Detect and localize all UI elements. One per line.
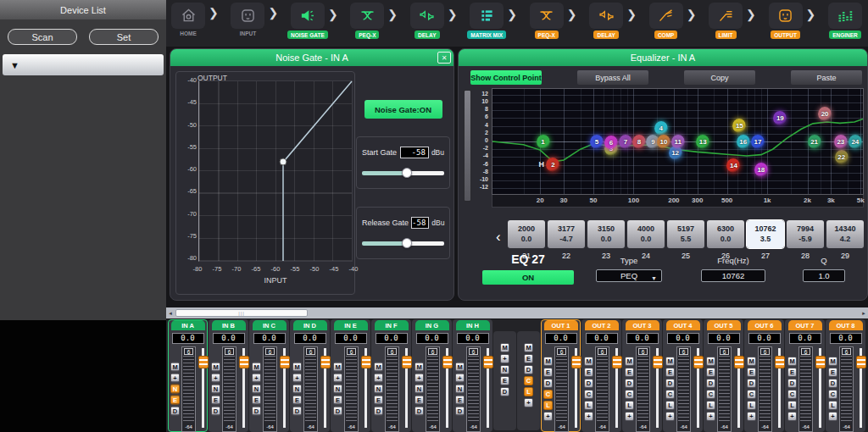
channel-button[interactable]: + (500, 354, 509, 363)
channel-strip[interactable]: OUT 6 0.0 MEDCL+ 6 -64 (744, 319, 784, 432)
type-select[interactable]: PEQ ▼ (596, 269, 662, 282)
channel-strip[interactable]: IN H 0.0 M+NED 6 -64 (453, 319, 492, 432)
paste-button[interactable]: Paste (791, 70, 862, 85)
channel-button[interactable]: + (211, 374, 220, 383)
channel-strip[interactable]: IN G 0.0 M+NED 6 -64 (412, 319, 452, 432)
channel-button[interactable]: D (333, 407, 342, 416)
channel-button[interactable]: D (211, 407, 220, 416)
fader[interactable] (483, 348, 493, 431)
channel-gain-value[interactable]: 0.0 (830, 333, 862, 344)
fader[interactable] (653, 348, 663, 431)
channel-button[interactable]: E (374, 396, 383, 405)
close-icon[interactable]: ✕ (437, 52, 451, 64)
channel-button[interactable]: D (747, 379, 756, 388)
channel-button[interactable]: E (665, 368, 675, 377)
channel-button[interactable]: M (374, 363, 383, 372)
horizontal-scrollbar[interactable]: ◂ ||| ▸ (166, 307, 868, 318)
fader-handle[interactable] (653, 356, 663, 368)
start-gate-slider[interactable] (362, 171, 444, 175)
fader[interactable] (734, 348, 744, 431)
channel-button[interactable]: E (787, 368, 797, 377)
channel-button[interactable]: + (625, 412, 634, 421)
channel-button[interactable]: C (625, 390, 634, 399)
channel-button[interactable]: M (292, 363, 302, 372)
channel-strip[interactable]: M+NED 6 -64 (493, 331, 516, 430)
eq-graph-left-rail[interactable] (464, 90, 471, 202)
channel-button[interactable]: E (828, 368, 837, 377)
channel-strip[interactable]: OUT 7 0.0 MEDCL+ 6 -64 (785, 319, 825, 432)
channel-strip[interactable]: OUT 8 0.0 MEDCL+ 6 -64 (826, 319, 865, 432)
fader-handle[interactable] (734, 356, 744, 368)
fader-handle[interactable] (198, 356, 209, 368)
channel-button[interactable]: E (170, 396, 180, 405)
channel-button[interactable]: N (292, 385, 302, 394)
channel-button[interactable]: E (333, 396, 342, 405)
fader[interactable] (693, 348, 704, 431)
eq-control-point[interactable]: 21 (808, 135, 821, 149)
channel-button[interactable]: C (584, 390, 593, 399)
channel-button[interactable]: L (665, 401, 675, 410)
channel-gain-value[interactable]: 0.0 (748, 333, 781, 344)
channel-button[interactable]: C (747, 390, 756, 399)
channel-button[interactable]: C (706, 390, 715, 399)
fader-handle[interactable] (483, 356, 493, 368)
release-gate-slider-thumb[interactable] (402, 238, 412, 248)
threshold-handle[interactable] (280, 158, 287, 166)
eq-control-point[interactable]: 7 (619, 135, 632, 149)
channel-gain-value[interactable]: 0.0 (376, 333, 408, 344)
set-button[interactable]: Set (89, 29, 159, 45)
channel-button[interactable]: C (665, 390, 675, 399)
channel-button[interactable]: D (543, 379, 553, 388)
toolbar-item[interactable]: LIMIT (706, 3, 745, 39)
channel-button[interactable]: N (415, 385, 424, 394)
fader[interactable] (320, 348, 331, 431)
toolbar-item[interactable]: MATRIX MIX (467, 3, 506, 39)
eq-on-button[interactable]: ON (482, 270, 574, 285)
fader[interactable] (402, 348, 412, 431)
channel-button[interactable]: + (787, 412, 797, 421)
channel-gain-value[interactable]: 0.0 (294, 333, 326, 344)
channel-button[interactable]: M (455, 363, 465, 372)
channel-strip[interactable]: OUT 1 0.0 MEDCL+ 6 -64 (541, 319, 581, 432)
channel-button[interactable]: N (170, 385, 180, 394)
channel-button[interactable]: E (500, 376, 509, 385)
noise-gate-graph[interactable]: OUTPUT -40-45-50-55-60-65-70-75-80 -80-7… (175, 71, 355, 295)
channel-button[interactable]: + (333, 374, 342, 383)
channel-button[interactable]: D (415, 407, 424, 416)
eq-control-point[interactable]: 1 (537, 135, 550, 149)
channel-button[interactable]: L (543, 401, 553, 410)
eq-control-point[interactable]: 4 (654, 121, 668, 136)
channel-button[interactable]: C (543, 390, 553, 399)
fader-handle[interactable] (402, 356, 412, 368)
channel-button[interactable]: + (828, 412, 837, 421)
channel-button[interactable]: D (665, 379, 675, 388)
channel-button[interactable]: E (747, 368, 756, 377)
eq-control-point[interactable]: 8 (632, 135, 646, 149)
channel-button[interactable]: D (455, 407, 465, 416)
eq-control-point[interactable]: 10 (657, 135, 670, 149)
channel-button[interactable]: + (706, 412, 715, 421)
release-gate-value[interactable]: -58 (411, 217, 429, 229)
channel-button[interactable]: M (500, 343, 509, 352)
channel-button[interactable]: + (665, 412, 675, 421)
eq-control-point[interactable]: 23 (834, 135, 848, 149)
fader[interactable] (856, 348, 866, 431)
channel-gain-value[interactable]: 0.0 (708, 333, 740, 344)
eq-control-point[interactable]: 22 (835, 150, 849, 164)
channel-strip[interactable]: IN C 0.0 M+NED 6 -64 (249, 319, 289, 432)
fader[interactable] (571, 348, 581, 431)
fader-handle[interactable] (815, 356, 826, 368)
channel-strip[interactable]: IN A 0.0 M+NED 6 -64 (168, 319, 208, 432)
toolbar-item[interactable]: PEQ-X (527, 3, 566, 39)
show-control-point-button[interactable]: Show Control Point (470, 70, 542, 85)
release-gate-slider[interactable] (362, 241, 444, 246)
toolbar-item[interactable]: HOME (169, 3, 208, 36)
fader[interactable] (198, 348, 209, 431)
channel-button[interactable]: D (292, 407, 302, 416)
channel-button[interactable]: + (747, 412, 756, 421)
channel-button[interactable]: D (524, 365, 533, 374)
channel-gain-value[interactable]: 0.0 (253, 333, 286, 344)
channel-button[interactable]: L (787, 401, 797, 410)
channel-button[interactable]: D (706, 379, 715, 388)
channel-strip[interactable]: IN D 0.0 M+NED 6 -64 (290, 319, 330, 432)
